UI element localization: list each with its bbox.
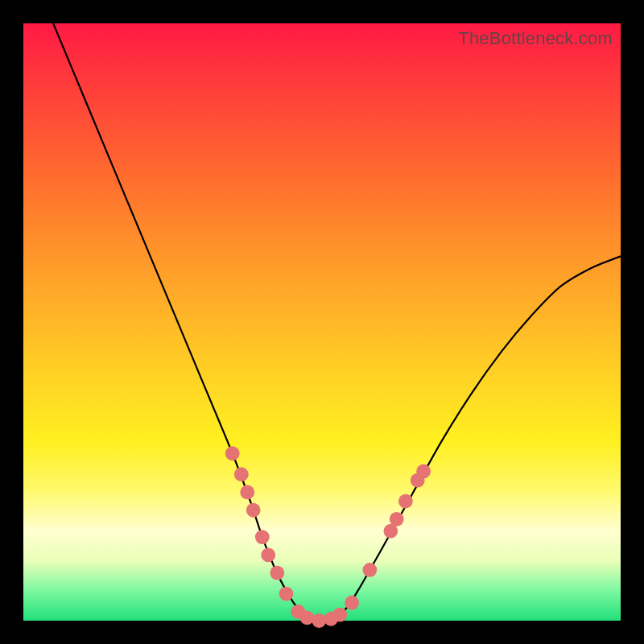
scatter-point: [261, 547, 275, 562]
scatter-point: [362, 563, 377, 577]
scatter-point: [234, 467, 249, 481]
scatter-point: [279, 587, 294, 601]
chart-svg: [23, 23, 621, 621]
scatter-point: [225, 446, 240, 460]
scatter-point: [398, 494, 413, 509]
scatter-point: [246, 503, 261, 518]
scatter-point: [240, 485, 254, 500]
scatter-point: [345, 596, 359, 610]
bottleneck-curve: [53, 23, 621, 621]
chart-frame: TheBottleneck.com: [0, 0, 644, 644]
scatter-point: [270, 566, 284, 580]
plot-area: TheBottleneck.com: [23, 23, 621, 621]
scatter-point: [300, 610, 315, 625]
scatter-point: [416, 464, 431, 479]
scatter-point: [390, 512, 404, 526]
scatter-point: [332, 608, 347, 622]
scatter-markers: [225, 446, 431, 628]
scatter-point: [255, 530, 270, 544]
